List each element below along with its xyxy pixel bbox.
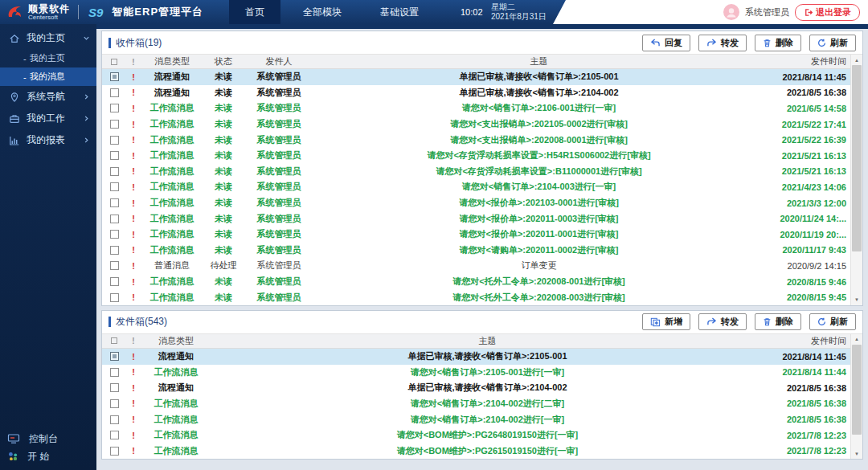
row-checkbox[interactable] bbox=[110, 104, 119, 112]
platform-title: 智能ERP管理平台 bbox=[112, 5, 203, 19]
row-checkbox[interactable] bbox=[110, 151, 119, 160]
row-checkbox[interactable] bbox=[110, 246, 119, 255]
console-item[interactable]: 控制台 bbox=[0, 430, 96, 448]
message-subject: 请您对<存货浮动耗损率设置>:B11000001进行[审核] bbox=[314, 166, 764, 178]
table-row[interactable]: !工作流消息请您对<销售订单>:2104-002进行[二审]2021/8/5 1… bbox=[102, 396, 850, 412]
outbox-scrollbar[interactable]: ▲ ▼ bbox=[850, 334, 862, 459]
table-row[interactable]: !流程通知单据已审核,请接收<销售订单>:2105-0012021/8/14 1… bbox=[102, 349, 850, 365]
checkbox-cell bbox=[102, 136, 126, 145]
logout-button[interactable]: 退出登录 bbox=[795, 4, 860, 21]
table-row[interactable]: !工作流消息请您对<BOM维护>:PG2615019150进行[一审]2021/… bbox=[102, 443, 850, 459]
nav-my-reports[interactable]: 我的报表 bbox=[0, 129, 96, 151]
table-row[interactable]: !工作流消息请您对<BOM维护>:PG2648019150进行[一审]2021/… bbox=[102, 427, 850, 443]
tab-basic-settings[interactable]: 基础设置 bbox=[364, 0, 435, 24]
exclamation-icon: ! bbox=[132, 230, 135, 239]
delete-button[interactable]: 删除 bbox=[755, 313, 801, 330]
row-checkbox[interactable] bbox=[110, 230, 119, 239]
chevron-down-icon bbox=[83, 35, 90, 42]
start-item[interactable]: 开 始 bbox=[0, 448, 96, 465]
table-row[interactable]: !工作流消息未读系统管理员请您对<请购单>:202011-0002进行[审核]2… bbox=[102, 243, 850, 259]
message-type: 工作流消息 bbox=[141, 197, 203, 209]
message-type: 普通消息 bbox=[141, 260, 203, 272]
checkbox-cell bbox=[102, 447, 126, 456]
main-content: 收件箱(19) 回复转发删除刷新 !消息类型状态发件人主题发件时间 !流程通知未… bbox=[96, 24, 868, 470]
tab-home[interactable]: 首页 bbox=[229, 0, 280, 24]
row-checkbox[interactable] bbox=[110, 72, 119, 81]
table-row[interactable]: !工作流消息未读系统管理员请您对<支出报销单>:202105-0002进行[审核… bbox=[102, 116, 850, 133]
user-avatar[interactable] bbox=[723, 4, 739, 20]
checkbox-header-icon bbox=[111, 337, 117, 344]
table-row[interactable]: !工作流消息未读系统管理员请您对<销售订单>:2106-001进行[一审]202… bbox=[102, 100, 850, 116]
sidebar-item-label: 我的主页 bbox=[27, 31, 76, 45]
nav-my-work[interactable]: 我的工作 bbox=[0, 108, 96, 129]
row-checkbox[interactable] bbox=[110, 447, 119, 456]
scroll-thumb[interactable] bbox=[852, 65, 862, 251]
table-row[interactable]: !工作流消息未读系统管理员请您对<支出报销单>:202008-0001进行[审核… bbox=[102, 132, 850, 148]
table-row[interactable]: !工作流消息未读系统管理员请您对<存货浮动耗损率设置>:H54R1S006002… bbox=[102, 148, 850, 164]
tab-all-modules[interactable]: 全部模块 bbox=[287, 0, 358, 24]
row-checkbox[interactable] bbox=[110, 352, 119, 361]
message-subject: 请您对<支出报销单>:202008-0001进行[审核] bbox=[314, 134, 764, 146]
scroll-up-arrow[interactable]: ▲ bbox=[851, 55, 862, 65]
row-checkbox[interactable] bbox=[110, 415, 119, 424]
nav-my-home-sub[interactable]: -我的主页 bbox=[0, 49, 96, 67]
delete-button[interactable]: 删除 bbox=[755, 35, 801, 51]
nav-system[interactable]: 系统导航 bbox=[0, 86, 96, 108]
table-row[interactable]: !流程通知未读系统管理员单据已审核,请接收<销售订单>:2104-0022021… bbox=[102, 85, 850, 101]
row-checkbox[interactable] bbox=[110, 182, 119, 191]
table-row[interactable]: !普通消息待处理系统管理员订单变更2020/9/2 14:15 bbox=[102, 258, 850, 274]
table-row[interactable]: !工作流消息未读系统管理员请您对<存货浮动耗损率设置>:B11000001进行[… bbox=[102, 164, 850, 180]
exclamation-icon: ! bbox=[132, 135, 135, 145]
table-row[interactable]: !工作流消息请您对<销售订单>:2105-001进行[一审]2021/8/14 … bbox=[102, 365, 850, 381]
nav-my-messages[interactable]: -我的消息 bbox=[0, 67, 96, 86]
table-row[interactable]: !流程通知单据已审核,请接收<销售订单>:2104-0022021/8/5 16… bbox=[102, 380, 850, 396]
reply-button[interactable]: 回复 bbox=[642, 35, 690, 51]
new-button[interactable]: 新增 bbox=[642, 313, 690, 330]
row-checkbox[interactable] bbox=[110, 88, 119, 97]
row-checkbox[interactable] bbox=[110, 431, 119, 439]
row-checkbox[interactable] bbox=[110, 198, 119, 207]
row-checkbox[interactable] bbox=[110, 167, 119, 176]
row-checkbox[interactable] bbox=[110, 136, 119, 145]
priority-flag-icon: ! bbox=[126, 198, 141, 208]
scroll-down-arrow[interactable]: ▼ bbox=[851, 448, 862, 459]
message-status: 未读 bbox=[203, 213, 244, 225]
message-status: 未读 bbox=[203, 292, 244, 304]
exclamation-icon: ! bbox=[132, 398, 135, 408]
row-checkbox[interactable] bbox=[110, 383, 119, 392]
scroll-thumb[interactable] bbox=[852, 345, 862, 435]
row-checkbox[interactable] bbox=[110, 215, 119, 223]
button-label: 转发 bbox=[721, 37, 739, 49]
table-row[interactable]: !流程通知未读系统管理员单据已审核,请接收<销售订单>:2105-0012021… bbox=[102, 69, 850, 85]
exclamation-icon: ! bbox=[132, 245, 135, 255]
table-row[interactable]: !工作流消息未读系统管理员请您对<托外工令单>:202008-003进行[审核]… bbox=[102, 289, 850, 305]
outbox-rows: !流程通知单据已审核,请接收<销售订单>:2105-0012021/8/14 1… bbox=[102, 349, 850, 459]
table-row[interactable]: !工作流消息未读系统管理员请您对<报价单>:202011-0001进行[审核]2… bbox=[102, 227, 850, 243]
row-checkbox[interactable] bbox=[110, 368, 119, 377]
table-row[interactable]: !工作流消息未读系统管理员请您对<托外工令单>:202008-001进行[审核]… bbox=[102, 274, 850, 290]
message-time: 2021/5/22 16:39 bbox=[764, 135, 850, 145]
message-type: 工作流消息 bbox=[141, 429, 211, 441]
inbox-header: 收件箱(19) 回复转发删除刷新 bbox=[102, 31, 862, 54]
scroll-down-arrow[interactable]: ▼ bbox=[851, 295, 862, 305]
priority-flag-icon: ! bbox=[126, 431, 141, 440]
message-status: 未读 bbox=[203, 197, 244, 209]
table-row[interactable]: !工作流消息请您对<销售订单>:2104-002进行[一审]2021/8/5 1… bbox=[102, 411, 850, 427]
row-checkbox[interactable] bbox=[110, 261, 119, 270]
scroll-up-arrow[interactable]: ▲ bbox=[851, 334, 862, 345]
forward-button[interactable]: 转发 bbox=[698, 313, 747, 330]
table-row[interactable]: !工作流消息未读系统管理员请您对<报价单>:202103-0001进行[审核]2… bbox=[102, 195, 850, 211]
row-checkbox[interactable] bbox=[110, 399, 119, 408]
row-checkbox[interactable] bbox=[110, 277, 119, 286]
forward-button[interactable]: 转发 bbox=[698, 35, 747, 51]
row-checkbox[interactable] bbox=[110, 293, 119, 302]
checkbox-cell bbox=[102, 72, 126, 81]
table-row[interactable]: !工作流消息未读系统管理员请您对<销售订单>:2104-003进行[一审]202… bbox=[102, 179, 850, 195]
row-checkbox[interactable] bbox=[110, 120, 119, 129]
refresh-button[interactable]: 刷新 bbox=[809, 35, 856, 51]
column-header: 主题 bbox=[314, 55, 764, 67]
inbox-scrollbar[interactable]: ▲ ▼ bbox=[850, 55, 862, 305]
nav-my-home[interactable]: 我的主页 bbox=[0, 27, 96, 49]
table-row[interactable]: !工作流消息未读系统管理员请您对<报价单>:202011-0003进行[审核]2… bbox=[102, 210, 850, 227]
refresh-button[interactable]: 刷新 bbox=[809, 313, 856, 330]
